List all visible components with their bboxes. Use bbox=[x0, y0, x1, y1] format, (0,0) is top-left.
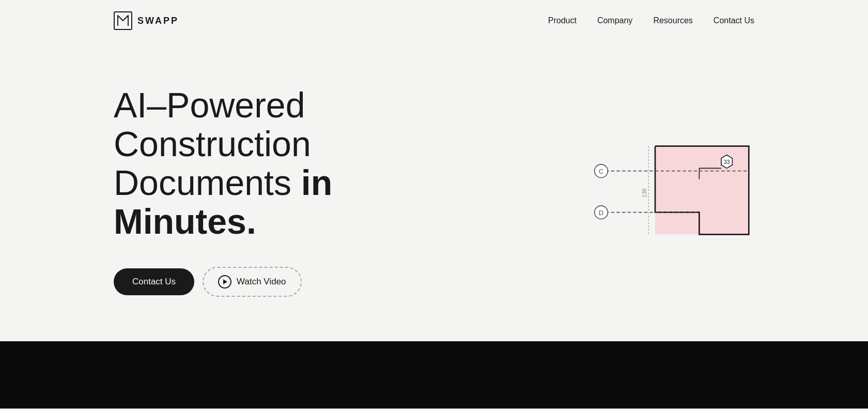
nav-links: Product Company Resources Contact Us bbox=[548, 16, 754, 25]
nav-product[interactable]: Product bbox=[548, 16, 577, 25]
play-triangle bbox=[223, 279, 227, 284]
watch-video-button[interactable]: Watch Video bbox=[203, 267, 301, 297]
logo-text: SWAPP bbox=[137, 16, 179, 26]
svg-text:33: 33 bbox=[724, 159, 730, 165]
svg-text:138: 138 bbox=[641, 188, 647, 198]
play-icon bbox=[218, 275, 231, 289]
hero-content: AI–Powered ConstructionDocuments in Minu… bbox=[114, 86, 465, 296]
hero-title-line1: AI–Powered ConstructionDocuments in Minu… bbox=[114, 85, 332, 240]
nav-resources[interactable]: Resources bbox=[653, 16, 692, 25]
blueprint-illustration: C D 138 33 bbox=[589, 133, 754, 249]
nav-contact[interactable]: Contact Us bbox=[714, 16, 754, 25]
navbar: SWAPP Product Company Resources Contact … bbox=[0, 0, 868, 41]
svg-text:D: D bbox=[599, 209, 603, 217]
hero-title-bold: in Minutes. bbox=[114, 163, 332, 241]
contact-us-button[interactable]: Contact Us bbox=[114, 268, 194, 295]
footer-bar bbox=[0, 341, 868, 408]
svg-text:C: C bbox=[599, 168, 603, 175]
hero-title: AI–Powered ConstructionDocuments in Minu… bbox=[114, 86, 465, 240]
logo[interactable]: SWAPP bbox=[114, 11, 179, 30]
watch-video-label: Watch Video bbox=[237, 277, 286, 287]
logo-icon bbox=[114, 11, 132, 30]
hero-buttons: Contact Us Watch Video bbox=[114, 267, 465, 297]
hero-section: AI–Powered ConstructionDocuments in Minu… bbox=[0, 41, 868, 341]
svg-rect-1 bbox=[655, 146, 749, 235]
blueprint-svg: C D 138 33 bbox=[589, 133, 754, 247]
nav-company[interactable]: Company bbox=[597, 16, 632, 25]
